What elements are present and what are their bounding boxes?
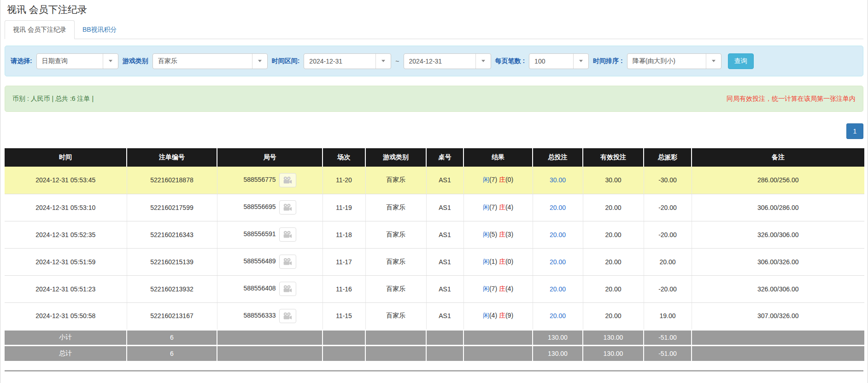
query-type-select[interactable]: 日期查询 [36,53,118,69]
cell-game-type: 百家乐 [365,248,426,275]
cell-valid-bet: 20.00 [583,248,644,275]
result-banker-label: 庄 [499,312,505,319]
video-replay-button[interactable] [279,200,296,215]
cell-table-no: AS1 [426,167,463,194]
result-player-score: (4) [489,312,499,319]
cell-result: 闲(5) 庄(3) [463,221,533,248]
cell-bet-id: 522160216343 [127,221,217,248]
total-bet-link[interactable]: 20.00 [550,285,566,293]
video-replay-button[interactable] [279,227,296,242]
cell-time: 2024-12-31 05:51:59 [5,248,127,275]
video-camera-icon [283,285,292,293]
round-id-text: 588556333 [243,312,276,319]
round-id-text: 588556775 [243,176,276,183]
total-bet-link[interactable]: 20.00 [550,231,566,238]
summary-payout: -51.00 [644,345,692,361]
cell-bet-id: 522160213932 [127,275,217,302]
cell-time: 2024-12-31 05:53:10 [5,194,127,221]
result-player-score: (1) [489,258,499,265]
cell-round-id: 588556695 [217,194,323,221]
game-type-select[interactable]: 百家乐 [152,53,268,69]
date-from-select[interactable]: 2024-12-31 [304,53,391,69]
summary-total-bet: 130.00 [533,345,583,361]
page-1-button[interactable]: 1 [846,123,863,139]
result-banker-label: 庄 [499,258,505,265]
chevron-down-icon [475,54,491,69]
game-type-value: 百家乐 [153,54,252,69]
cell-payout: -20.00 [644,275,692,302]
cell-game-type: 百家乐 [365,275,426,302]
summary-count: 6 [127,345,217,361]
chevron-down-icon [103,54,118,69]
round-id-text: 588556695 [243,203,276,210]
summary-count: 6 [127,330,217,345]
query-type-value: 日期查询 [37,54,103,69]
summary-empty-round [217,330,323,345]
cell-valid-bet: 20.00 [583,194,644,221]
per-page-value: 100 [529,54,573,69]
cell-game-type: 百家乐 [365,302,426,330]
column-header-4: 游戏类别 [365,148,426,167]
result-player-score: (5) [489,231,499,238]
total-bet-link[interactable]: 20.00 [550,258,566,266]
time-sort-value: 降幂(由大到小) [628,54,706,69]
cell-payout: -30.00 [644,167,692,194]
summary-empty-game [365,345,426,361]
table-row: 2024-12-31 05:53:45522160218878588556775… [5,167,864,194]
video-camera-icon [283,312,292,320]
cell-total-bet: 20.00 [533,302,583,330]
video-replay-button[interactable] [279,255,296,269]
column-header-8: 有效投注 [583,148,644,167]
column-header-7: 总投注 [533,148,583,167]
summary-empty-result [463,345,533,361]
summary-empty-round [217,345,323,361]
time-sort-select[interactable]: 降幂(由大到小) [627,53,721,69]
cell-time: 2024-12-31 05:52:35 [5,221,127,248]
cell-remark: 306.00/286.00 [692,194,864,221]
cell-valid-bet: 20.00 [583,302,644,330]
cell-valid-bet: 30.00 [583,167,644,194]
cell-time: 2024-12-31 05:50:58 [5,302,127,330]
cell-total-bet: 20.00 [533,194,583,221]
summary-empty-remark [692,345,864,361]
summary-label: 小计 [5,330,127,345]
summary-empty-session [323,345,365,361]
cell-total-bet: 30.00 [533,167,583,194]
tab-video-bet-records[interactable]: 视讯 会员下注纪录 [5,20,75,39]
summary-empty-session [323,330,365,345]
table-row: 2024-12-31 05:51:59522160215139588556489… [5,248,864,275]
result-banker-label: 庄 [499,231,505,238]
currency-total-text: 币别 : 人民币 | 总共 :6 注单 | [12,95,94,103]
tab-bb-video-points[interactable]: BB视讯积分 [75,21,125,39]
date-to-value: 2024-12-31 [404,54,475,69]
result-player-label: 闲 [483,203,489,211]
total-bet-link[interactable]: 20.00 [550,312,566,319]
per-page-select[interactable]: 100 [529,53,589,69]
summary-total-bet: 130.00 [533,330,583,345]
cell-game-type: 百家乐 [365,221,426,248]
summary-empty-result [463,330,533,345]
cell-table-no: AS1 [426,248,463,275]
date-from-value: 2024-12-31 [304,54,375,69]
column-header-10: 备注 [692,148,864,167]
table-row: 2024-12-31 05:52:35522160216343588556591… [5,221,864,248]
video-replay-button[interactable] [279,173,296,187]
cell-remark: 326.00/306.00 [692,221,864,248]
cell-session: 11-20 [323,167,365,194]
summary-valid-bet: 130.00 [583,330,644,345]
query-button[interactable]: 查询 [728,53,754,69]
date-to-select[interactable]: 2024-12-31 [404,53,491,69]
total-bet-link[interactable]: 20.00 [550,204,566,211]
cell-result: 闲(7) 庄(4) [463,275,533,302]
per-page-label: 每页笔数 : [495,57,525,65]
cell-round-id: 588556489 [217,248,323,275]
cell-game-type: 百家乐 [365,167,426,194]
cell-session: 11-15 [323,302,365,330]
cell-remark: 326.00/306.00 [692,275,864,302]
result-banker-label: 庄 [499,176,505,183]
result-banker-score: (9) [505,312,513,319]
video-replay-button[interactable] [279,282,296,296]
total-bet-link[interactable]: 30.00 [550,176,566,184]
bet-records-table: 时间注单编号局号场次游戏类别桌号结果总投注有效投注总派彩备注 2024-12-3… [5,148,864,361]
video-replay-button[interactable] [279,309,296,323]
